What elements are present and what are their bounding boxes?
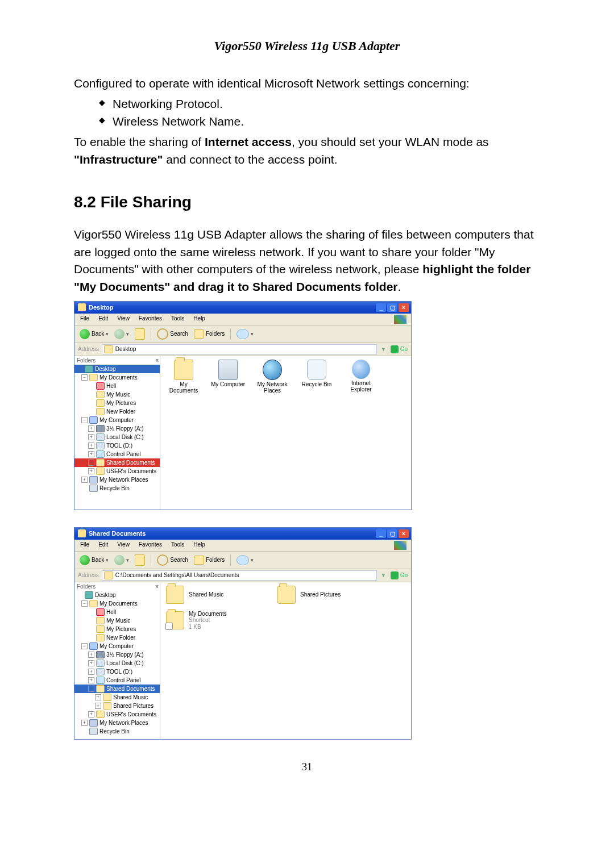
tree-node[interactable]: −My Computer	[74, 642, 160, 650]
desktop-icon[interactable]: My Computer	[210, 360, 246, 394]
folders-button[interactable]: Folders	[192, 328, 226, 340]
desktop-icon[interactable]: My Documents	[166, 360, 201, 394]
expand-toggle[interactable]: +	[88, 443, 94, 449]
titlebar[interactable]: Desktop _ ▢ ×	[74, 302, 411, 314]
tree-node[interactable]: My Pictures	[74, 625, 160, 633]
menu-favorites[interactable]: Favorites	[138, 541, 163, 550]
menu-file[interactable]: File	[79, 315, 90, 324]
expand-toggle[interactable]: +	[88, 711, 94, 717]
tree-node[interactable]: Recycle Bin	[74, 484, 160, 493]
tree-node[interactable]: +Shared Documents	[74, 458, 160, 467]
tree-node[interactable]: −Shared Documents	[74, 685, 160, 693]
desktop-icon[interactable]: Recycle Bin	[299, 360, 334, 394]
tree-node[interactable]: −My Documents	[74, 599, 160, 608]
search-button[interactable]: Search	[155, 553, 190, 567]
tree-node[interactable]: +Shared Pictures	[74, 702, 160, 710]
expand-toggle[interactable]: +	[88, 669, 94, 675]
tree-node[interactable]: Desktop	[74, 591, 160, 599]
go-button[interactable]: Go	[391, 571, 408, 579]
menu-file[interactable]: File	[79, 541, 90, 550]
expand-toggle[interactable]: +	[88, 451, 94, 457]
menu-tools[interactable]: Tools	[170, 541, 185, 550]
tree-node[interactable]: My Music	[74, 616, 160, 625]
expand-toggle[interactable]: +	[81, 720, 88, 726]
content-pane[interactable]: Shared MusicShared PicturesMy DocumentsS…	[160, 582, 411, 739]
menu-view[interactable]: View	[116, 315, 131, 324]
desktop-icon[interactable]: My Network Places	[255, 360, 290, 394]
expand-toggle[interactable]: +	[88, 425, 94, 432]
tree-node[interactable]: Hell	[74, 608, 160, 616]
content-pane[interactable]: My DocumentsMy ComputerMy Network Places…	[160, 356, 411, 510]
tree-node[interactable]: +Control Panel	[74, 450, 160, 458]
menu-help[interactable]: Help	[192, 541, 206, 550]
expand-toggle[interactable]: +	[88, 677, 94, 683]
tree-node[interactable]: −My Computer	[74, 416, 160, 424]
tree-node[interactable]: +TOOL (D:)	[74, 667, 160, 676]
expand-toggle[interactable]: +	[81, 477, 88, 483]
tree-node[interactable]: +Shared Music	[74, 693, 160, 702]
tree-node[interactable]: My Music	[74, 390, 160, 399]
address-field[interactable]: C:\Documents and Settings\All Users\Docu…	[102, 570, 377, 581]
expand-toggle[interactable]: +	[88, 460, 94, 466]
address-dropdown[interactable]: ▾	[380, 346, 388, 352]
tree-node[interactable]: +Local Disk (C:)	[74, 659, 160, 667]
address-dropdown[interactable]: ▾	[380, 572, 388, 578]
tree-node[interactable]: +3½ Floppy (A:)	[74, 424, 160, 433]
expand-toggle[interactable]: +	[88, 434, 94, 440]
tree-node[interactable]: +3½ Floppy (A:)	[74, 650, 160, 659]
menu-help[interactable]: Help	[192, 315, 206, 324]
tree-node[interactable]: New Folder	[74, 407, 160, 416]
maximize-button[interactable]: ▢	[387, 303, 397, 312]
menu-edit[interactable]: Edit	[97, 315, 109, 324]
tree-close-button[interactable]: ×	[155, 357, 159, 364]
back-button[interactable]: Back▾	[78, 554, 110, 566]
menu-favorites[interactable]: Favorites	[138, 315, 163, 324]
desktop-icon[interactable]: Internet Explorer	[343, 360, 379, 394]
expand-toggle[interactable]: −	[81, 374, 88, 381]
menu-edit[interactable]: Edit	[97, 541, 109, 550]
tree-node[interactable]: +USER's Documents	[74, 710, 160, 719]
back-button[interactable]: Back▾	[78, 328, 110, 340]
tree-node[interactable]: Recycle Bin	[74, 727, 160, 736]
maximize-button[interactable]: ▢	[387, 529, 397, 538]
close-button[interactable]: ×	[399, 303, 409, 312]
expand-toggle[interactable]: +	[88, 652, 94, 658]
expand-toggle[interactable]: +	[95, 694, 101, 700]
list-item[interactable]: Shared Pictures	[277, 586, 380, 604]
expand-toggle[interactable]: −	[81, 417, 88, 423]
tree-close-button[interactable]: ×	[155, 583, 159, 590]
list-item[interactable]: My DocumentsShortcut1 KB	[166, 611, 268, 631]
folders-button[interactable]: Folders	[192, 554, 226, 566]
menu-view[interactable]: View	[116, 541, 131, 550]
expand-toggle[interactable]: −	[81, 643, 88, 649]
expand-toggle[interactable]: +	[88, 468, 94, 474]
tree-node[interactable]: +My Network Places	[74, 475, 160, 484]
minimize-button[interactable]: _	[376, 529, 386, 538]
tree-node[interactable]: +My Network Places	[74, 719, 160, 727]
tree-node[interactable]: +Local Disk (C:)	[74, 433, 160, 441]
up-button[interactable]	[133, 327, 147, 341]
forward-button[interactable]: ▾	[113, 328, 131, 340]
tree-node[interactable]: +TOOL (D:)	[74, 441, 160, 450]
titlebar[interactable]: Shared Documents _ ▢ ×	[74, 528, 411, 540]
up-button[interactable]	[133, 553, 147, 567]
tree-node[interactable]: Hell	[74, 382, 160, 390]
expand-toggle[interactable]: −	[88, 686, 94, 692]
search-button[interactable]: Search	[155, 327, 190, 341]
tree-node[interactable]: Desktop	[74, 365, 160, 373]
close-button[interactable]: ×	[399, 529, 409, 538]
tree-node[interactable]: New Folder	[74, 633, 160, 642]
expand-toggle[interactable]: +	[95, 703, 101, 709]
views-button[interactable]: ▾	[235, 328, 255, 340]
tree-node[interactable]: +Control Panel	[74, 676, 160, 685]
tree-node[interactable]: +USER's Documents	[74, 467, 160, 475]
address-field[interactable]: Desktop	[102, 344, 377, 354]
tree-node[interactable]: −My Documents	[74, 373, 160, 382]
minimize-button[interactable]: _	[376, 303, 386, 312]
tree-node[interactable]: My Pictures	[74, 399, 160, 407]
views-button[interactable]: ▾	[235, 554, 255, 566]
list-item[interactable]: Shared Music	[166, 586, 268, 604]
forward-button[interactable]: ▾	[113, 554, 131, 566]
menu-tools[interactable]: Tools	[170, 315, 185, 324]
expand-toggle[interactable]: +	[88, 660, 94, 666]
